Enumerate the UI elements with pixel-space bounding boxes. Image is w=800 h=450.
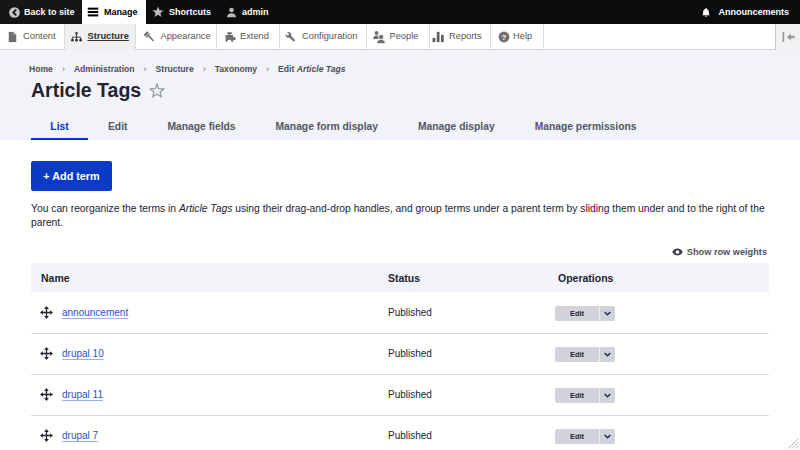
svg-text:?: ? xyxy=(502,32,507,41)
